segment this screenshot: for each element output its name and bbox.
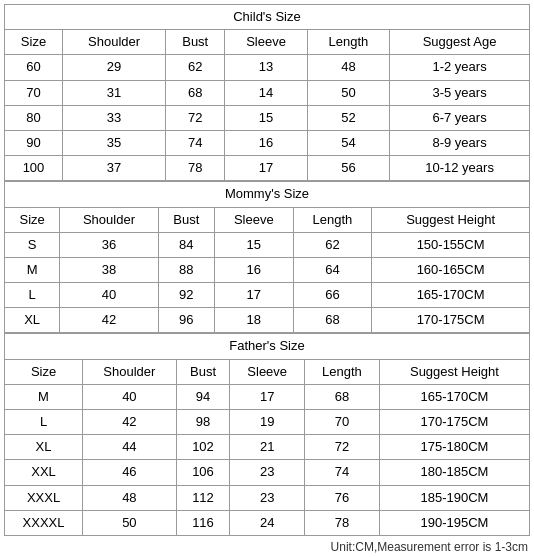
table-cell: 38 xyxy=(60,257,158,282)
table-cell: 150-155CM xyxy=(372,232,530,257)
table-cell: XL xyxy=(5,308,60,333)
table-cell: 165-170CM xyxy=(372,283,530,308)
column-header: Suggest Age xyxy=(390,30,530,55)
table-cell: 19 xyxy=(230,410,305,435)
table-row: 90357416548-9 years xyxy=(5,130,530,155)
table-cell: 180-185CM xyxy=(379,460,529,485)
table-cell: 17 xyxy=(215,283,294,308)
table-cell: 29 xyxy=(62,55,165,80)
table-cell: 1-2 years xyxy=(390,55,530,80)
table-cell: 70 xyxy=(305,410,380,435)
table-cell: 160-165CM xyxy=(372,257,530,282)
table-cell: S xyxy=(5,232,60,257)
table-cell: 42 xyxy=(83,410,177,435)
table-row: XL42961868170-175CM xyxy=(5,308,530,333)
table-cell: 185-190CM xyxy=(379,485,529,510)
table-cell: 106 xyxy=(176,460,230,485)
column-header: Suggest Height xyxy=(372,207,530,232)
child-size-table: Child's Size SizeShoulderBustSleeveLengt… xyxy=(4,4,530,181)
column-header: Size xyxy=(5,30,63,55)
father-section-header: Father's Size xyxy=(5,334,530,359)
column-header: Size xyxy=(5,207,60,232)
table-cell: 102 xyxy=(176,435,230,460)
table-cell: 40 xyxy=(60,283,158,308)
table-cell: 62 xyxy=(293,232,372,257)
table-cell: 24 xyxy=(230,510,305,535)
table-cell: XXL xyxy=(5,460,83,485)
table-cell: 15 xyxy=(225,105,307,130)
father-size-table: Father's Size SizeShoulderBustSleeveLeng… xyxy=(4,333,530,536)
child-section-header: Child's Size xyxy=(5,5,530,30)
table-cell: 165-170CM xyxy=(379,384,529,409)
footer-note: Unit:CM,Measurement error is 1-3cm xyxy=(4,536,530,556)
table-cell: 46 xyxy=(83,460,177,485)
column-header: Size xyxy=(5,359,83,384)
column-header: Bust xyxy=(166,30,225,55)
table-cell: 17 xyxy=(225,156,307,181)
table-cell: 88 xyxy=(158,257,214,282)
table-cell: 16 xyxy=(215,257,294,282)
table-cell: 94 xyxy=(176,384,230,409)
table-cell: 78 xyxy=(166,156,225,181)
mommy-size-table: Mommy's Size SizeShoulderBustSleeveLengt… xyxy=(4,181,530,333)
table-cell: 10-12 years xyxy=(390,156,530,181)
table-row: 70316814503-5 years xyxy=(5,80,530,105)
table-cell: 15 xyxy=(215,232,294,257)
table-cell: 35 xyxy=(62,130,165,155)
table-cell: 18 xyxy=(215,308,294,333)
table-row: XXXL481122376185-190CM xyxy=(5,485,530,510)
table-cell: 70 xyxy=(5,80,63,105)
table-cell: 6-7 years xyxy=(390,105,530,130)
table-cell: XL xyxy=(5,435,83,460)
table-row: 60296213481-2 years xyxy=(5,55,530,80)
table-cell: L xyxy=(5,283,60,308)
table-row: M40941768165-170CM xyxy=(5,384,530,409)
table-row: M38881664160-165CM xyxy=(5,257,530,282)
table-row: L40921766165-170CM xyxy=(5,283,530,308)
table-cell: 96 xyxy=(158,308,214,333)
table-cell: 21 xyxy=(230,435,305,460)
table-cell: 48 xyxy=(83,485,177,510)
table-cell: M xyxy=(5,257,60,282)
child-header-row: SizeShoulderBustSleeveLengthSuggest Age xyxy=(5,30,530,55)
column-header: Bust xyxy=(176,359,230,384)
table-cell: 60 xyxy=(5,55,63,80)
table-cell: 74 xyxy=(305,460,380,485)
table-cell: 170-175CM xyxy=(379,410,529,435)
table-cell: 78 xyxy=(305,510,380,535)
table-cell: XXXXL xyxy=(5,510,83,535)
table-cell: 50 xyxy=(307,80,389,105)
table-row: XL441022172175-180CM xyxy=(5,435,530,460)
table-cell: 42 xyxy=(60,308,158,333)
table-cell: 14 xyxy=(225,80,307,105)
table-cell: 16 xyxy=(225,130,307,155)
table-cell: 3-5 years xyxy=(390,80,530,105)
table-cell: 48 xyxy=(307,55,389,80)
table-cell: 33 xyxy=(62,105,165,130)
table-cell: 190-195CM xyxy=(379,510,529,535)
table-cell: M xyxy=(5,384,83,409)
column-header: Suggest Height xyxy=(379,359,529,384)
column-header: Shoulder xyxy=(60,207,158,232)
table-cell: XXXL xyxy=(5,485,83,510)
table-cell: 23 xyxy=(230,460,305,485)
table-row: 1003778175610-12 years xyxy=(5,156,530,181)
table-cell: 84 xyxy=(158,232,214,257)
table-row: XXXXL501162478190-195CM xyxy=(5,510,530,535)
table-cell: 68 xyxy=(293,308,372,333)
table-cell: 62 xyxy=(166,55,225,80)
table-cell: 72 xyxy=(305,435,380,460)
table-cell: 68 xyxy=(305,384,380,409)
table-cell: 56 xyxy=(307,156,389,181)
column-header: Sleeve xyxy=(225,30,307,55)
table-row: 80337215526-7 years xyxy=(5,105,530,130)
mommy-header-row: SizeShoulderBustSleeveLengthSuggest Heig… xyxy=(5,207,530,232)
column-header: Length xyxy=(293,207,372,232)
table-cell: 175-180CM xyxy=(379,435,529,460)
table-cell: 116 xyxy=(176,510,230,535)
table-cell: L xyxy=(5,410,83,435)
table-cell: 72 xyxy=(166,105,225,130)
table-cell: 54 xyxy=(307,130,389,155)
table-cell: 31 xyxy=(62,80,165,105)
table-cell: 17 xyxy=(230,384,305,409)
